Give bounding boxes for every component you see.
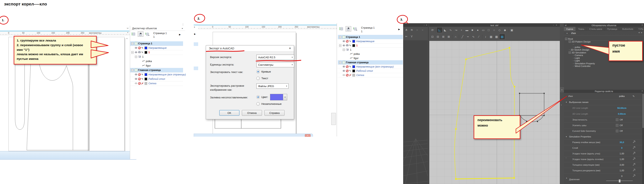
object-properties-icon[interactable] [131,32,136,36]
layer-color-swatch[interactable] [352,44,355,47]
tree-row-grid[interactable]: ✎ Сетка [338,73,403,77]
active-page-label[interactable]: Страница 1 [153,32,167,35]
tab-button[interactable]: Пуговица [605,27,620,31]
scrollbar-track[interactable] [642,93,644,184]
object-properties-icon[interactable] [339,26,344,31]
scene-row-simulation-property[interactable]: ┄Simulation Property [573,62,595,65]
panel-expand-icon[interactable]: ▸ [560,87,564,92]
tab-seam-style[interactable]: Стиль швов [587,27,605,31]
tree-row-group1[interactable]: 1 [338,48,403,52]
unfold-pattern-tool-icon[interactable]: ⊠ [446,34,452,39]
checkbox-icon[interactable] [616,124,618,127]
tree-row-guides[interactable]: ✎ Направляющие [338,39,403,44]
prop-row-pressure[interactable]: ▸ Давление 0 [564,173,642,184]
pencil-icon[interactable]: ✎ [141,51,144,54]
prop-value[interactable]: 1,00 [610,169,634,172]
arrangement-tool-icon[interactable]: ≋ [409,27,414,33]
tree-row-layer1[interactable]: ✎ 1 [130,50,183,55]
tree-row-master-page[interactable]: Главная страница [130,68,183,73]
tree-row-page1[interactable]: Страница 1 [130,41,183,46]
texture-tool-icon[interactable]: ▦ [488,34,494,39]
section-selected-line[interactable]: ▾ Выбранная линия [564,99,642,105]
add-point-tool-icon[interactable]: ∘ [459,27,464,33]
collapse-icon[interactable] [131,51,134,54]
eye-icon[interactable] [342,40,345,43]
cancel-button[interactable]: Отмена [242,110,262,116]
chevron-down-icon[interactable]: ▾ [285,84,288,88]
prop-value[interactable]: 0 [610,175,634,177]
section-collapse-icon[interactable]: ▾ [566,136,567,138]
property-editor-titlebar[interactable]: → Редактор свойств × [564,90,644,93]
prop-row-reinforce-seams[interactable]: Усилить швы Off [564,122,642,128]
units-select[interactable]: Сантиметры ▾ [256,62,294,67]
clo-2d-titlebar[interactable]: test .dxf ▫ × [429,24,560,27]
active-page-label[interactable]: Страница 1 [361,26,374,29]
tree-row-page1[interactable]: Страница 1 [338,35,403,39]
pencil-icon[interactable]: ✎ [141,47,144,49]
radio-icon[interactable] [256,77,260,80]
prop-row-curved-side[interactable]: Curved Side Geometry Off [564,128,642,134]
scene-row-polka[interactable]: ┄polka [573,46,580,49]
browser-name-column-header[interactable]: ▲ Имя [564,31,644,36]
eye-icon[interactable] [342,44,345,47]
close-icon[interactable]: × [642,90,643,92]
dock-swap-icon[interactable]: ⇄ [565,24,566,26]
eye-closed-icon[interactable] [342,74,345,77]
transform-pattern-tool-icon[interactable]: ⊡ [430,34,435,39]
tab-scene[interactable]: Сцена [564,27,576,31]
radio-text[interactable]: Текст [256,77,268,80]
internal-polygon-tool-icon[interactable]: ▭ [480,27,486,33]
tree-row-guides-all[interactable]: ✎ Направляющие (все страницы) [130,72,183,77]
section-expand-icon[interactable]: ▸ [566,177,567,179]
avatar-tool-icon[interactable]: ⋔ [404,27,409,33]
wrench-icon[interactable] [632,152,635,155]
no-print-icon[interactable] [346,74,348,76]
edit-sewing-tool-icon[interactable]: ∿ [470,34,476,39]
tree-row-grid[interactable]: ✎ Сетка [130,81,183,86]
internal-circle-tool-icon[interactable]: ○ [491,27,497,33]
move-pattern-tool-icon[interactable]: ⊟ [435,34,440,39]
pencil-icon[interactable]: ✎ [141,78,144,80]
collapse-icon[interactable] [343,49,345,51]
scene-row-2d-sketch[interactable]: ┄2D Sketch Design [569,49,589,51]
clo-3d-viewport[interactable] [403,40,428,184]
no-print-icon[interactable] [346,65,348,68]
detach-sew-tool-icon[interactable]: ⁄ [476,34,482,39]
close-icon[interactable]: × [426,24,427,26]
layer-color-swatch[interactable] [144,73,147,76]
no-print-icon[interactable] [138,47,141,49]
close-icon[interactable]: × [556,24,557,26]
section-simulation-properties[interactable]: ▾ Simulation Properties [564,134,642,140]
scene-row-empty-name[interactable]: ┄ [573,43,575,46]
printer-icon[interactable] [346,44,348,47]
dart-filled-tool-icon[interactable]: ◆ [502,27,508,33]
color-dropdown-button[interactable]: ▾ [283,94,287,100]
tree-row-figur[interactable]: figur [130,64,183,68]
wrench-icon[interactable] [632,163,635,167]
tree-row-desktop[interactable]: ✎ Рабочий стол [130,77,183,81]
layer-color-swatch[interactable] [144,82,147,85]
pencil-icon[interactable]: ✎ [141,73,144,76]
no-print-icon[interactable] [138,82,141,85]
clo-2d-canvas[interactable] [429,41,560,184]
scene-row-light-2[interactable]: ┄Light [573,59,580,62]
tree-row-master-page[interactable]: Главная страница [338,60,403,65]
select-pattern-tool-icon[interactable]: ◺ [436,27,442,33]
maximize-icon[interactable]: ▫ [424,24,424,26]
wrench-icon[interactable] [632,140,635,144]
internal-rectangle-tool-icon[interactable]: □ [486,27,491,33]
scrollbar-thumb[interactable] [331,113,336,125]
help-button[interactable]: Справка [264,110,284,116]
collapse-icon[interactable] [135,56,137,58]
edit-across-layers-icon[interactable] [346,26,351,32]
circle-tool-icon[interactable]: ● [475,27,480,33]
eye-icon[interactable] [342,70,345,72]
wrench-icon[interactable] [632,174,635,178]
clo-3d-titlebar[interactable]: ▫ × [403,24,428,27]
collapse-icon[interactable] [569,41,571,43]
select-box-tool-icon[interactable]: ◣ [442,27,448,33]
more-tools-icon[interactable]: » [414,27,420,33]
ok-button[interactable]: OK [219,110,240,116]
tree-row-figur[interactable]: figur [338,56,403,60]
radio-selected-icon[interactable] [256,95,260,99]
